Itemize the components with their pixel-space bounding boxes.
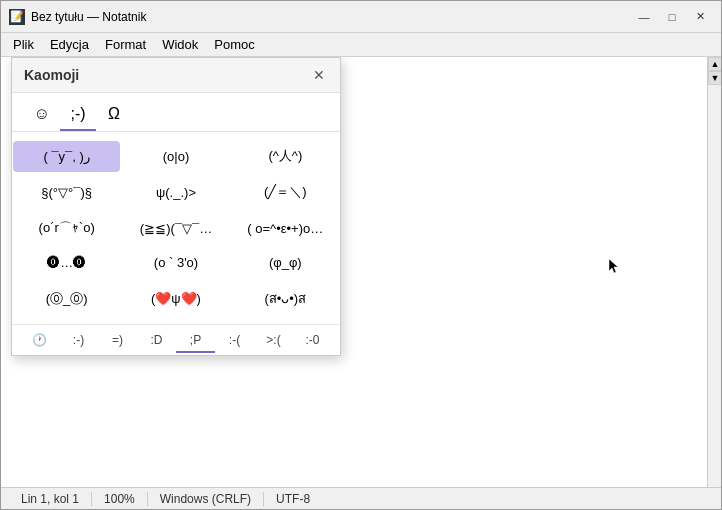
tab-emoticon[interactable]: ;-) bbox=[60, 99, 96, 131]
menu-view[interactable]: Widok bbox=[154, 35, 206, 54]
popup-title: Kaomoji bbox=[24, 67, 79, 83]
kaomoji-item[interactable]: (≧≦)(¯▽¯… bbox=[122, 213, 229, 244]
kaomoji-tabs: ☺ ;-) Ω bbox=[12, 93, 340, 132]
bottom-tab-angry[interactable]: >:( bbox=[254, 329, 293, 353]
kaomoji-item[interactable]: (╱＝＼) bbox=[232, 175, 339, 209]
kaomoji-item[interactable]: (^人^) bbox=[232, 139, 339, 173]
kaomoji-item[interactable]: ( o=^•ε•+)o… bbox=[232, 213, 339, 244]
menu-edit[interactable]: Edycja bbox=[42, 35, 97, 54]
popup-close-button[interactable]: ✕ bbox=[310, 66, 328, 84]
kaomoji-item[interactable]: (o ` 3'o) bbox=[122, 247, 229, 278]
status-bar: Lin 1, kol 1 100% Windows (CRLF) UTF-8 bbox=[1, 487, 721, 509]
kaomoji-row-5: (⓪_⓪) (❤️ψ❤️) (ส•ᴗ•)ส bbox=[12, 279, 340, 318]
bottom-tab-wink[interactable]: ;P bbox=[176, 329, 215, 353]
status-position: Lin 1, kol 1 bbox=[9, 492, 92, 506]
kaomoji-grid: ( ¯y¯, )ر (o|o) (^人^) §(°▽°¯)§ ψ(._.)> (… bbox=[12, 132, 340, 324]
bottom-tab-clock[interactable]: 🕐 bbox=[20, 329, 59, 353]
close-button[interactable]: ✕ bbox=[687, 6, 713, 28]
kaomoji-popup: Kaomoji ✕ ☺ ;-) Ω ( ¯y¯, )ر (o|o) (^人^) … bbox=[11, 57, 341, 356]
kaomoji-row-1: ( ¯y¯, )ر (o|o) (^人^) bbox=[12, 138, 340, 174]
tab-omega[interactable]: Ω bbox=[96, 99, 132, 131]
kaomoji-item[interactable]: §(°▽°¯)§ bbox=[13, 177, 120, 208]
menu-bar: Plik Edycja Format Widok Pomoc bbox=[1, 33, 721, 57]
menu-file[interactable]: Plik bbox=[5, 35, 42, 54]
window-controls: — □ ✕ bbox=[631, 6, 713, 28]
kaomoji-item[interactable]: (ส•ᴗ•)ส bbox=[232, 280, 339, 317]
maximize-button[interactable]: □ bbox=[659, 6, 685, 28]
kaomoji-item[interactable]: (φ_φ) bbox=[232, 247, 339, 278]
bottom-tab-happy[interactable]: =) bbox=[98, 329, 137, 353]
kaomoji-item[interactable]: (o|o) bbox=[122, 141, 229, 172]
kaomoji-row-3: (o´r⌒ｬ`o) (≧≦)(¯▽¯… ( o=^•ε•+)o… bbox=[12, 210, 340, 246]
bottom-tab-shock[interactable]: :-0 bbox=[293, 329, 332, 353]
window-title: Bez tytułu — Notatnik bbox=[31, 10, 631, 24]
editor-area: ▲ ▼ Kaomoji ✕ ☺ ;-) Ω ( ¯y¯, )ر (o|o) (^… bbox=[1, 57, 721, 487]
app-icon: 📝 bbox=[9, 9, 25, 25]
kaomoji-item[interactable]: (o´r⌒ｬ`o) bbox=[13, 211, 120, 245]
scroll-down-arrow[interactable]: ▼ bbox=[708, 71, 721, 85]
bottom-tab-sad[interactable]: :-( bbox=[215, 329, 254, 353]
menu-format[interactable]: Format bbox=[97, 35, 154, 54]
status-line-ending: Windows (CRLF) bbox=[148, 492, 264, 506]
kaomoji-item[interactable]: ( ¯y¯, )ر bbox=[13, 141, 120, 172]
kaomoji-row-4: ⓿…⓿ (o ` 3'o) (φ_φ) bbox=[12, 246, 340, 279]
main-window: 📝 Bez tytułu — Notatnik — □ ✕ Plik Edycj… bbox=[0, 0, 722, 510]
bottom-tab-grin[interactable]: :D bbox=[137, 329, 176, 353]
scrollbar-vertical[interactable]: ▲ ▼ bbox=[707, 57, 721, 487]
kaomoji-bottom-tabs: 🕐 :-) =) :D ;P :-( >:( :-0 bbox=[12, 324, 340, 355]
status-zoom: 100% bbox=[92, 492, 148, 506]
popup-header: Kaomoji ✕ bbox=[12, 58, 340, 93]
scroll-up-arrow[interactable]: ▲ bbox=[708, 57, 721, 71]
kaomoji-item[interactable]: (⓪_⓪) bbox=[13, 282, 120, 316]
bottom-tab-smile[interactable]: :-) bbox=[59, 329, 98, 353]
kaomoji-row-2: §(°▽°¯)§ ψ(._.)> (╱＝＼) bbox=[12, 174, 340, 210]
status-encoding: UTF-8 bbox=[264, 492, 322, 506]
title-bar: 📝 Bez tytułu — Notatnik — □ ✕ bbox=[1, 1, 721, 33]
minimize-button[interactable]: — bbox=[631, 6, 657, 28]
kaomoji-item[interactable]: ⓿…⓿ bbox=[13, 247, 120, 278]
menu-help[interactable]: Pomoc bbox=[206, 35, 262, 54]
tab-smiley[interactable]: ☺ bbox=[24, 99, 60, 131]
kaomoji-item[interactable]: (❤️ψ❤️) bbox=[122, 283, 229, 314]
kaomoji-item[interactable]: ψ(._.)> bbox=[122, 177, 229, 208]
